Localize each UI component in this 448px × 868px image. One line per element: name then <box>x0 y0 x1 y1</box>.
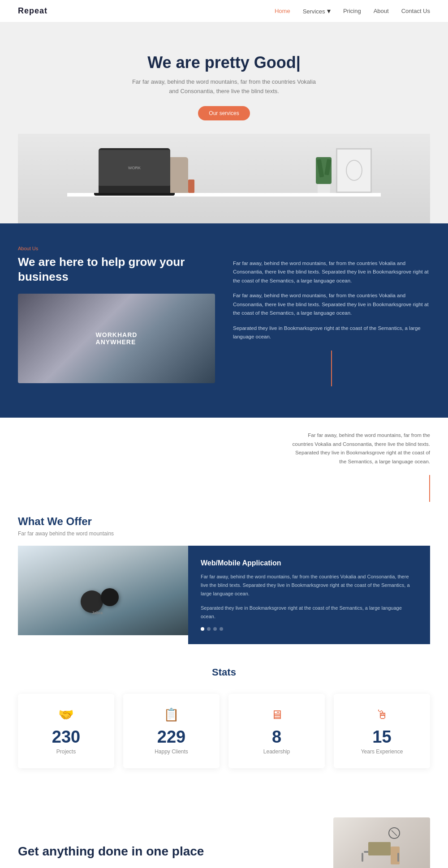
offer-section: What We Offer Far far away behind the wo… <box>0 506 448 644</box>
get-done-right <box>233 817 430 868</box>
stat-label-clients: Happy Clients <box>155 748 188 755</box>
offer-pagination-dots[interactable] <box>201 627 418 631</box>
stat-leadership: 🖥 8 Leadership <box>228 694 325 768</box>
stat-number-projects: 230 <box>52 727 80 747</box>
stat-experience: 🖱 15 Years Experience <box>334 694 430 768</box>
post-about-text: Far far away, behind the word mountains,… <box>287 431 430 466</box>
nav-home[interactable]: Home <box>275 8 290 14</box>
stat-label-leadership: Leadership <box>263 748 290 755</box>
hero-cta-button[interactable]: Our services <box>198 106 250 120</box>
get-img-placeholder <box>233 817 330 868</box>
svg-line-6 <box>392 830 397 836</box>
laptop-text: WORKHARDANYWHERE <box>96 331 138 346</box>
nav-links: Home Services ▾ Pricing About Contact Us <box>275 7 430 15</box>
stats-section: Stats 🤝 230 Projects 📋 229 Happy Clients… <box>0 644 448 791</box>
get-done-heading: Get anything done in one place <box>18 843 215 859</box>
dot-2[interactable] <box>207 627 211 631</box>
get-done-text: Separated they live in Bookmarksgrove ri… <box>18 866 215 868</box>
offer-subtitle: Far far away behind the word mountains <box>18 530 430 537</box>
offer-heading: What We Offer <box>18 515 430 528</box>
about-para-1: Far far away, behind the word mountains,… <box>233 259 430 286</box>
office-illustration <box>355 824 409 868</box>
dot-4[interactable] <box>220 627 223 631</box>
stat-clients: 📋 229 Happy Clients <box>123 694 220 768</box>
svg-rect-3 <box>362 853 363 862</box>
svg-rect-4 <box>397 853 399 862</box>
hero-subtext: Far far away, behind the word mountains,… <box>130 77 318 96</box>
about-heading: We are here to help grow your business <box>18 255 215 285</box>
desk-vase <box>188 180 194 193</box>
offer-card-text2: Separated they live in Bookmarksgrove ri… <box>201 604 418 620</box>
monitor-icon: 🖥 <box>271 707 283 722</box>
post-about-section: Far far away, behind the word mountains,… <box>0 418 448 506</box>
office-image <box>333 817 430 868</box>
about-para-2: Far far away, behind the word mountains,… <box>233 291 430 318</box>
nav-about[interactable]: About <box>374 8 389 14</box>
stats-title: Stats <box>18 667 430 678</box>
about-image: WORKHARDANYWHERE <box>18 294 215 383</box>
dot-1[interactable] <box>201 627 204 631</box>
offer-content: Web/Mobile Application Far far away, beh… <box>188 546 430 644</box>
hero-section: We are pretty Good| Far far away, behind… <box>0 22 448 223</box>
laptop-simulation: WORKHARDANYWHERE <box>18 294 215 383</box>
desk-laptop: WORK <box>99 148 170 193</box>
stat-label-experience: Years Experience <box>361 748 403 755</box>
navigation: Repeat Home Services ▾ Pricing About Con… <box>0 0 448 22</box>
offer-card-text1: Far far away, behind the word mountains,… <box>201 573 418 598</box>
dot-3[interactable] <box>213 627 217 631</box>
stat-label-projects: Projects <box>56 748 76 755</box>
jabra-earbuds-image: Jabra <box>18 546 188 635</box>
orange-divider <box>331 351 332 386</box>
about-right-col: Far far away, behind the word mountains,… <box>233 246 430 395</box>
stat-number-clients: 229 <box>157 727 185 747</box>
nav-logo[interactable]: Repeat <box>18 6 47 16</box>
get-done-section: Get anything done in one place Separated… <box>0 791 448 868</box>
about-label: About Us <box>18 246 215 251</box>
about-section: About Us We are here to help grow your b… <box>0 223 448 418</box>
get-done-left: Get anything done in one place Separated… <box>18 843 215 868</box>
stat-number-leadership: 8 <box>272 727 281 747</box>
about-left-col: About Us We are here to help grow your b… <box>18 246 215 395</box>
stat-number-experience: 15 <box>372 727 391 747</box>
desk-plant <box>316 157 332 193</box>
nav-services[interactable]: Services <box>303 8 325 15</box>
handshake-icon: 🤝 <box>58 707 74 722</box>
nav-contact[interactable]: Contact Us <box>401 8 430 14</box>
offer-grid: Jabra Web/Mobile Application Far far awa… <box>18 546 430 644</box>
clipboard-icon: 📋 <box>164 707 179 722</box>
nav-pricing[interactable]: Pricing <box>343 8 361 14</box>
offer-card-title: Web/Mobile Application <box>201 559 418 567</box>
stats-grid: 🤝 230 Projects 📋 229 Happy Clients 🖥 8 L… <box>18 694 430 768</box>
desk-frame <box>336 148 372 193</box>
svg-rect-1 <box>368 842 391 855</box>
vertical-orange-divider <box>429 475 430 502</box>
hero-heading: We are pretty Good| <box>18 53 430 72</box>
offer-image: Jabra <box>18 546 188 635</box>
hero-illustration: WORK <box>18 134 430 223</box>
cursor-icon: 🖱 <box>376 707 388 722</box>
stat-projects: 🤝 230 Projects <box>18 694 114 768</box>
about-para-3: Separated they live in Bookmarksgrove ri… <box>233 324 430 342</box>
